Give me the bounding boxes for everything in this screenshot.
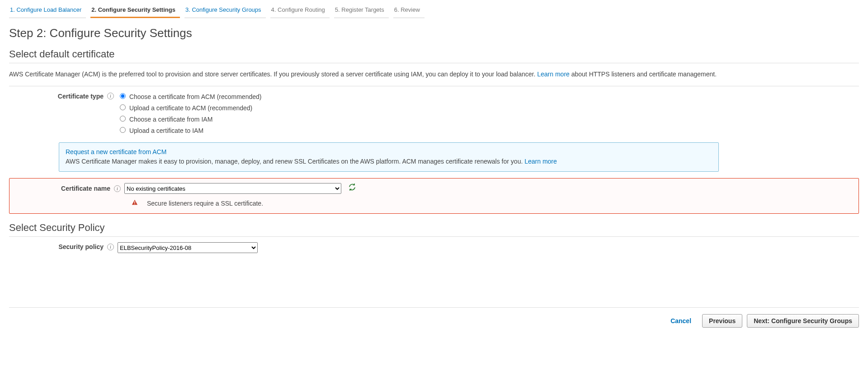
acm-info-box: Request a new certificate from ACM AWS C… [59,142,719,172]
cert-name-label: Certificate name i [16,185,124,192]
cert-name-label-text: Certificate name [61,185,110,192]
info-icon[interactable]: i [107,93,114,99]
cancel-button[interactable]: Cancel [664,315,698,327]
cert-name-select[interactable]: No existing certificates [124,183,341,194]
radio-iam-choose-input[interactable] [120,116,126,122]
wizard-step-2[interactable]: 2. Configure Security Settings [90,5,180,18]
cert-error-msg-row: Secure listeners require a SSL certifica… [132,199,852,207]
wizard-step-6: 6. Review [393,5,425,18]
separator [9,236,859,237]
cert-type-radios: Choose a certificate from ACM (recommend… [118,92,859,137]
wizard-step-4: 4. Configure Routing [270,5,330,18]
policy-control: ELBSecurityPolicy-2016-08 [118,242,859,253]
cert-name-row: Certificate name i No existing certifica… [16,183,852,194]
intro-text-a: AWS Certificate Manager (ACM) is the pre… [9,70,537,78]
section-policy-title: Select Security Policy [9,222,859,234]
acm-learn-more-link[interactable]: Learn more [524,158,557,165]
wizard-step-1[interactable]: 1. Configure Load Balancer [9,5,86,18]
separator [9,86,859,86]
cert-name-error-box: Certificate name i No existing certifica… [9,178,859,214]
svg-rect-0 [134,201,135,203]
radio-label: Choose a certificate from IAM [129,116,212,123]
page-title: Step 2: Configure Security Settings [9,26,859,40]
refresh-icon[interactable] [349,183,356,192]
radio-acm-choose[interactable]: Choose a certificate from ACM (recommend… [118,92,859,100]
radio-label: Choose a certificate from ACM (recommend… [129,93,262,100]
policy-row: Security policy i ELBSecurityPolicy-2016… [9,242,859,253]
info-icon[interactable]: i [107,244,114,250]
cert-name-control: No existing certificates [124,183,852,194]
cert-error-msg: Secure listeners require a SSL certifica… [147,200,263,207]
radio-iam-upload[interactable]: Upload a certificate to IAM [118,126,859,134]
intro-text-b: about HTTPS listeners and certificate ma… [571,70,717,78]
info-icon[interactable]: i [114,185,121,192]
acm-info-text: AWS Certificate Manager makes it easy to… [66,158,524,165]
previous-button[interactable]: Previous [702,314,742,328]
section-cert-title: Select default certificate [9,48,859,60]
learn-more-link[interactable]: Learn more [537,70,570,78]
radio-acm-upload[interactable]: Upload a certificate to ACM (recommended… [118,103,859,112]
wizard-step-3[interactable]: 3. Configure Security Groups [184,5,266,18]
next-button[interactable]: Next: Configure Security Groups [747,314,859,328]
wizard-step-5: 5. Register Targets [334,5,389,18]
policy-label: Security policy i [9,242,118,250]
radio-iam-choose[interactable]: Choose a certificate from IAM [118,114,859,123]
alert-icon [132,199,138,207]
cert-type-row: Certificate type i Choose a certificate … [9,92,859,137]
wizard-steps: 1. Configure Load Balancer 2. Configure … [9,5,859,18]
policy-label-text: Security policy [58,243,104,250]
svg-rect-1 [134,204,135,204]
security-policy-select[interactable]: ELBSecurityPolicy-2016-08 [118,242,258,253]
radio-label: Upload a certificate to ACM (recommended… [129,104,252,112]
section-cert-intro: AWS Certificate Manager (ACM) is the pre… [9,70,859,80]
cert-type-label-text: Certificate type [58,93,104,100]
radio-iam-upload-input[interactable] [120,127,126,133]
button-bar: Cancel Previous Next: Configure Security… [9,307,859,328]
separator [9,63,859,63]
radio-acm-choose-input[interactable] [120,93,126,99]
radio-acm-upload-input[interactable] [120,104,126,110]
cert-type-label: Certificate type i [9,92,118,100]
request-acm-cert-link[interactable]: Request a new certificate from ACM [66,148,166,155]
radio-label: Upload a certificate to IAM [129,127,203,134]
